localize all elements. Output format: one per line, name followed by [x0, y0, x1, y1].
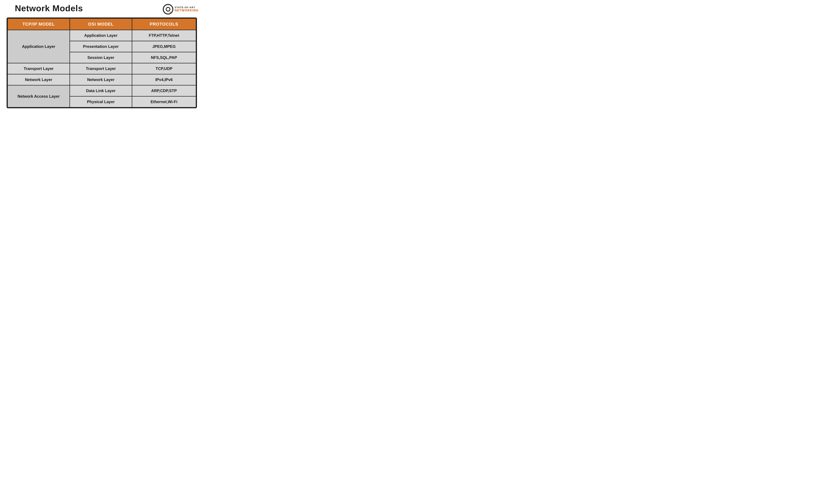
table-wrapper: TCP/IP MODEL OSI MODEL PROTOCOLS Applica… — [7, 17, 197, 108]
protocols-ethernet-wifi: Ethernet,Wi-Fi — [132, 96, 196, 107]
protocols-tcp-udp: TCP,UDP — [132, 63, 196, 74]
table-row: Application Layer Application Layer FTP,… — [8, 30, 196, 41]
protocols-arp-cdp-stp: ARP,CDP,STP — [132, 85, 196, 96]
header-osi: OSI MODEL — [70, 18, 132, 30]
protocols-ipv4-ipv6: IPv4,IPv6 — [132, 74, 196, 85]
tcpip-transport-layer: Transport Layer — [8, 63, 70, 74]
table-row: Network Layer Network Layer IPv4,IPv6 — [8, 74, 196, 85]
table-row: Network Access Layer Data Link Layer ARP… — [8, 85, 196, 96]
table-header-row: TCP/IP MODEL OSI MODEL PROTOCOLS — [8, 18, 196, 30]
header-protocols: PROTOCOLS — [132, 18, 196, 30]
logo-text-block: STATE-OF-ART NETWORKING — [175, 6, 199, 12]
osi-session-layer: Session Layer — [70, 52, 132, 63]
tcpip-application-layer: Application Layer — [8, 30, 70, 63]
page-title: Network Models — [5, 3, 83, 13]
protocols-jpeg-mpeg: JPEG,MPEG — [132, 41, 196, 52]
logo-networking-label: NETWORKING — [175, 9, 199, 12]
logo-state-label: STATE-OF-ART — [175, 6, 199, 9]
page-header: Network Models net STATE-OF-ART NETWORKI… — [5, 3, 199, 15]
tcpip-network-layer: Network Layer — [8, 74, 70, 85]
logo-area: net STATE-OF-ART NETWORKING — [163, 3, 199, 15]
osi-network-layer: Network Layer — [70, 74, 132, 85]
network-models-table: TCP/IP MODEL OSI MODEL PROTOCOLS Applica… — [7, 18, 196, 108]
table-row: Transport Layer Transport Layer TCP,UDP — [8, 63, 196, 74]
logo-circle: net — [163, 4, 173, 15]
osi-application-layer: Application Layer — [70, 30, 132, 41]
osi-physical-layer: Physical Layer — [70, 96, 132, 107]
osi-presentation-layer: Presentation Layer — [70, 41, 132, 52]
osi-data-link-layer: Data Link Layer — [70, 85, 132, 96]
osi-transport-layer: Transport Layer — [70, 63, 132, 74]
protocols-ftp-http-telnet: FTP,HTTP,Telnet — [132, 30, 196, 41]
logo-net-text: net — [170, 11, 173, 13]
header-tcpip: TCP/IP MODEL — [8, 18, 70, 30]
tcpip-network-access-layer: Network Access Layer — [8, 85, 70, 107]
protocols-nfs-sql-pap: NFS,SQL,PAP — [132, 52, 196, 63]
